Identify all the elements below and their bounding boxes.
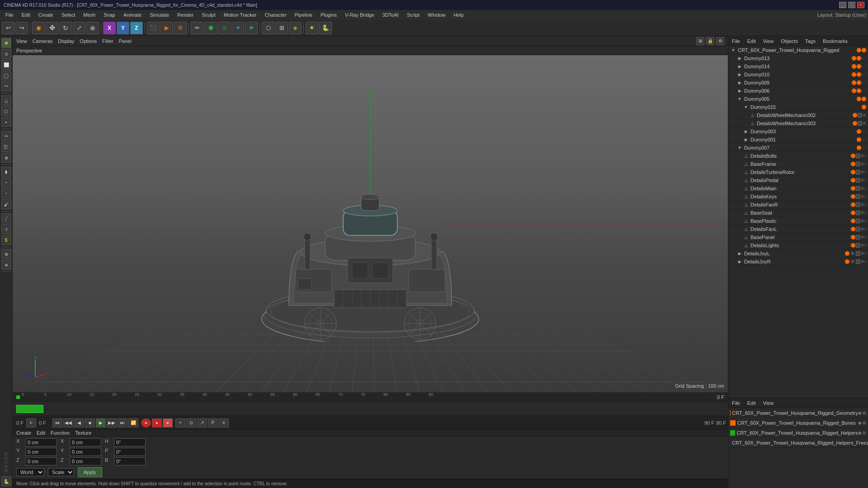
tool-s[interactable]: $ (1, 235, 11, 245)
scale-button[interactable]: ⤢ (73, 22, 85, 34)
tool-grid[interactable]: ⊞ (275, 22, 288, 34)
tool-hair[interactable]: ≋ (1, 260, 11, 270)
undo-button[interactable]: ↩ (2, 22, 14, 34)
key-panel-button[interactable]: ≡ (219, 418, 229, 427)
vp-expand-button[interactable]: ⊞ (696, 37, 704, 45)
attr-tab-function[interactable]: Function (51, 430, 70, 436)
key-pos-button[interactable]: P (208, 418, 218, 427)
x-pos-input[interactable] (25, 438, 57, 446)
menu-script[interactable]: Script (403, 11, 423, 19)
vp-menu-options[interactable]: Options (80, 38, 97, 44)
menu-edit[interactable]: Edit (18, 11, 34, 19)
tool-knife[interactable]: ✂ (1, 131, 11, 141)
goto-start-button[interactable]: ⏮ (52, 418, 62, 427)
menu-snap[interactable]: Snap (100, 11, 119, 19)
vp-lock-button[interactable]: 🔒 (706, 37, 714, 45)
redo-button[interactable]: ↪ (15, 22, 28, 34)
tree-item-baseframe[interactable]: △ BaseFrame ✕ › (728, 160, 868, 168)
tool-magnet[interactable]: ⧫ (1, 167, 11, 177)
tool-python2[interactable]: 🐍 (1, 476, 11, 486)
obj-menu-view[interactable]: View (763, 38, 774, 44)
tool-select-rect[interactable]: ⬜ (1, 60, 11, 70)
step-back-button[interactable]: ◀◀ (63, 418, 73, 427)
tree-item-main[interactable]: △ DetailsMain ✕ › (728, 184, 868, 192)
y-pos-input[interactable] (25, 448, 57, 456)
tool-pen[interactable]: ✏ (191, 22, 203, 34)
play-button[interactable]: ▶ (96, 418, 106, 427)
select-all-button[interactable]: ◉ (32, 22, 45, 34)
b-rot-input[interactable] (114, 457, 146, 465)
vp-menu-view[interactable]: View (16, 38, 27, 44)
tree-item-dummy013[interactable]: ▶ Dummy013 ··· (728, 54, 868, 62)
p-rot-input[interactable] (114, 448, 146, 456)
br-menu-file[interactable]: File (732, 400, 740, 406)
step-forward-button[interactable]: ▶▶ (107, 418, 117, 427)
tree-item-fanl[interactable]: △ DetailsFanL ✕ › (728, 225, 868, 233)
tool-select-lasso[interactable]: 〜 (1, 81, 11, 91)
tree-item-dummy001[interactable]: ▶ Dummy001 ··· (728, 136, 868, 144)
h-rot-input[interactable] (114, 438, 146, 446)
apply-button[interactable]: Apply (78, 467, 102, 477)
tree-item-wheel003[interactable]: △ DetailsWheelMechanic003 ✕ (728, 119, 868, 127)
goto-end-button[interactable]: ⏭ (118, 418, 127, 427)
stop-button[interactable]: ■ (85, 418, 95, 427)
vp-menu-panel[interactable]: Panel (119, 38, 132, 44)
tool-sym[interactable]: ◈ (289, 22, 302, 34)
timeline-track[interactable] (13, 402, 728, 416)
minimize-button[interactable]: _ (839, 2, 846, 8)
tree-item-wheel002[interactable]: △ DetailsWheelMechanic002 ✕ (728, 111, 868, 119)
layer-geometry[interactable]: CRT_60X_Power_Trowel_Husqvarna_Rigged_Ge… (728, 408, 868, 418)
menu-sculpt[interactable]: Sculpt (198, 11, 219, 19)
window-controls[interactable]: _ □ × (839, 2, 864, 8)
tool-bridge[interactable]: ⬱ (1, 142, 11, 152)
tool-circle[interactable]: ◎ (218, 22, 231, 34)
layer-helpers[interactable]: CRT_60X_Power_Trowel_Husqvarna_Rigged_He… (728, 428, 868, 438)
tool-sculpt2[interactable]: ⊛ (1, 249, 11, 259)
obj-menu-edit[interactable]: Edit (747, 38, 756, 44)
z-axis-button[interactable]: Z (130, 22, 143, 34)
menu-mesh[interactable]: Mesh (80, 11, 99, 19)
tree-item-dummy015[interactable]: ▼ Dummy015 (728, 103, 868, 111)
tool-array[interactable]: ❖ (245, 22, 258, 34)
tree-item-lights[interactable]: △ DetailsLights ✕ › (728, 241, 868, 249)
br-menu-edit[interactable]: Edit (747, 400, 756, 406)
vp-settings-button[interactable]: ⚙ (716, 37, 724, 45)
tool-deform[interactable]: ⬡ (262, 22, 274, 34)
menu-render[interactable]: Render (174, 11, 197, 19)
layer-helpers-freeze[interactable]: CRT_60X_Power_Trowel_Husqvarna_Rigged_He… (728, 438, 868, 448)
world-mode-dropdown[interactable]: World Object (16, 468, 44, 476)
render-view-button[interactable]: ⬛ (147, 22, 160, 34)
menu-create[interactable]: Create (35, 11, 57, 19)
tool-measure[interactable]: ⊹ (1, 224, 11, 234)
tool-live[interactable]: ⊙ (1, 49, 11, 59)
tree-item-keys[interactable]: △ DetailsKeys ✕ › (728, 192, 868, 201)
obj-menu-bookmarks[interactable]: Bookmarks (823, 38, 848, 44)
tool-point[interactable]: • (1, 117, 11, 127)
play-back-button[interactable]: ◀ (74, 418, 84, 427)
tool-edge[interactable]: ⬡ (1, 106, 11, 116)
tree-item-baseseat[interactable]: △ BaseSeat ✕ › (728, 209, 868, 217)
close-button[interactable]: × (857, 2, 864, 8)
tree-item-dummy006[interactable]: ▶ Dummy006 ··· (728, 87, 868, 95)
tool-paint[interactable]: 🖌 (1, 199, 11, 209)
tree-item-joyR[interactable]: ▶ DetailsJoyR ⚙ ✕ › (728, 258, 868, 266)
tool-move[interactable]: ✥ (1, 38, 11, 48)
attr-tab-create[interactable]: Create (16, 430, 31, 436)
tool-smooth[interactable]: ~ (1, 178, 11, 188)
menu-file[interactable]: File (2, 11, 17, 19)
tree-item-turbine[interactable]: △ DetailsTurbineRotor ✕ › (728, 168, 868, 176)
y-axis-button[interactable]: Y (117, 22, 129, 34)
attr-tab-texture[interactable]: Texture (75, 430, 91, 436)
tool-brush[interactable]: ⬟ (204, 22, 217, 34)
menu-simulate[interactable]: Simulate (146, 11, 173, 19)
tree-item-fanr[interactable]: △ DetailsFanR ✕ › (728, 201, 868, 209)
tool-spline[interactable]: ╱ (1, 213, 11, 223)
menu-vray[interactable]: V-Ray Bridge (341, 11, 378, 19)
tool-python[interactable]: 🐍 (319, 22, 332, 34)
menu-window[interactable]: Window (424, 11, 449, 19)
rotate-button[interactable]: ↻ (59, 22, 72, 34)
tree-item-root[interactable]: ▼ CRT_60X_Power_Trowel_Husqvarna_Rigged (728, 46, 868, 54)
layer-bones[interactable]: CRT_60X_Power_Trowel_Husqvarna_Rigged_Bo… (728, 418, 868, 428)
vp-menu-display[interactable]: Display (58, 38, 74, 44)
tree-item-pedal[interactable]: △ DetailsPedal ✕ › (728, 176, 868, 184)
